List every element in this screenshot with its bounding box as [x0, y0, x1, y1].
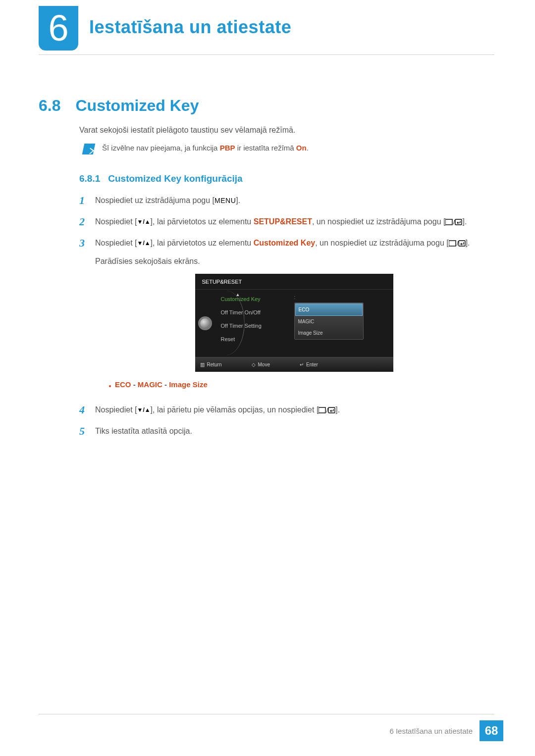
rect-enter-icon: / — [445, 214, 462, 229]
hl-setupreset: SETUP&RESET — [254, 217, 312, 226]
section-heading: 6.8 Customized Key — [39, 97, 199, 115]
osd-colon: : — [294, 293, 364, 302]
page-number: 68 — [480, 720, 503, 741]
opt-image-size: Image Size — [169, 380, 208, 389]
svg-rect-6 — [319, 407, 325, 413]
subsection-number: 6.8.1 — [79, 173, 100, 184]
osd-dial-icon — [198, 316, 212, 330]
rect-enter-icon: / — [319, 403, 335, 418]
osd-option-group: ECO MAGIC Image Size — [294, 302, 364, 340]
subsection-title: Customized Key konfigurācija — [108, 173, 242, 184]
step-number: 4 — [79, 403, 88, 418]
step-number: 1 — [79, 193, 88, 208]
osd-option-image-size: Image Size — [295, 327, 363, 339]
osd-right-options: : ECO MAGIC Image Size — [294, 293, 364, 346]
bullet-text: ECO - MAGIC - Image Size — [115, 378, 208, 392]
label: Enter — [306, 360, 318, 369]
text: ]. — [462, 217, 467, 226]
step-3: 3 Nospiediet [▼/▲], lai pārvietotos uz e… — [79, 236, 493, 397]
step-text: Nospiediet [▼/▲], lai pārvietotos uz ele… — [95, 236, 493, 397]
step-text: Nospiediet [▼/▲], lai pārietu pie vēlamā… — [95, 403, 493, 418]
text: , un nospiediet uz izstrādājuma pogu [ — [315, 239, 449, 247]
label: Move — [258, 360, 270, 369]
hl-customizedkey: Customized Key — [254, 239, 315, 247]
svg-rect-8 — [328, 407, 335, 413]
step-2: 2 Nospiediet [▼/▲], lai pārvietotos uz e… — [79, 214, 493, 230]
page-footer: 6 Iestatīšana un atiestate 68 — [389, 720, 503, 741]
opt-eco: ECO — [115, 380, 131, 389]
enter-icon: ↵ — [300, 360, 304, 369]
step-number: 3 — [79, 236, 88, 397]
note-hl2: On — [296, 144, 307, 152]
note-icon — [82, 144, 96, 154]
subsection-heading: 6.8.1 Customized Key konfigurācija — [79, 173, 243, 184]
osd-title: SETUP&RESET — [195, 274, 393, 290]
note-row: Šī izvēlne nav pieejama, ja funkcija PBP… — [83, 144, 309, 154]
chapter-number: 6 — [48, 10, 68, 47]
step-text: Nospiediet [▼/▲], lai pārvietotos uz ele… — [95, 214, 493, 230]
sep: - — [162, 380, 169, 389]
step-5: 5 Tiks iestatīta atlasītā opcija. — [79, 424, 493, 439]
svg-rect-5 — [459, 241, 465, 246]
text: ]. — [466, 239, 470, 247]
step-number: 2 — [79, 214, 88, 230]
sep: - — [131, 380, 138, 389]
header-divider — [39, 54, 494, 55]
text: ]. — [236, 196, 240, 204]
move-icon: ◇ — [252, 360, 256, 369]
intro-text: Varat sekojoši iestatīt pielāgoto tausti… — [79, 126, 295, 135]
step-3-extra: Parādīsies sekojošais ekrāns. — [95, 254, 493, 269]
osd-left-menu: Customized Key Off Timer On/Off Off Time… — [200, 293, 274, 346]
down-up-arrows-icon: ▼/▲ — [137, 404, 151, 416]
note-pre: Šī izvēlne nav pieejama, ja funkcija — [102, 144, 220, 152]
rect-enter-icon: / — [449, 236, 466, 251]
osd-arc — [208, 291, 245, 355]
text: ], lai pārietu pie vēlamās opcijas, un n… — [151, 405, 319, 414]
footer-text: 6 Iestatīšana un atiestate — [389, 727, 473, 735]
footer-divider — [39, 714, 494, 714]
step-text: Nospiediet uz izstrādājuma pogu [MENU]. — [95, 193, 493, 208]
text: ], lai pārvietotos uz elementu — [151, 239, 254, 247]
text: ]. — [335, 405, 340, 414]
osd-screenshot: SETUP&RESET ▲ Customized Key Off Timer O… — [195, 274, 393, 371]
text: ], lai pārvietotos uz elementu — [151, 217, 254, 226]
text: Nospiediet [ — [95, 239, 137, 247]
osd-option-magic: MAGIC — [295, 316, 363, 327]
svg-rect-3 — [449, 241, 456, 246]
section-number: 6.8 — [39, 97, 60, 115]
steps-list: 1 Nospiediet uz izstrādājuma pogu [MENU]… — [79, 193, 493, 445]
osd-footer-enter: ↵Enter — [300, 360, 318, 369]
down-up-arrows-icon: ▼/▲ — [137, 216, 151, 228]
chapter-tab: 6 — [39, 6, 78, 50]
osd-footer-move: ◇Move — [252, 360, 270, 369]
note-mid: ir iestatīta režīmā — [235, 144, 296, 152]
bullet-dot-icon — [109, 385, 111, 387]
return-icon: ▥ — [200, 360, 205, 369]
label: Return — [207, 360, 222, 369]
osd-footer: ▥Return ◇Move ↵Enter — [195, 357, 393, 372]
osd-option-eco: ECO — [295, 303, 363, 316]
osd-body: ▲ Customized Key Off Timer On/Off Off Ti… — [195, 290, 393, 357]
svg-rect-0 — [445, 219, 452, 225]
text: Nospiediet [ — [95, 217, 137, 226]
bullet-options: ECO - MAGIC - Image Size — [109, 378, 493, 392]
note-text: Šī izvēlne nav pieejama, ja funkcija PBP… — [102, 144, 309, 152]
svg-rect-2 — [455, 219, 462, 225]
step-text: Tiks iestatīta atlasītā opcija. — [95, 424, 493, 439]
note-hl1: PBP — [220, 144, 235, 152]
text: , un nospiediet uz izstrādājuma pogu [ — [312, 217, 446, 226]
text: Nospiediet uz izstrādājuma pogu [ — [95, 196, 214, 204]
step-number: 5 — [79, 424, 88, 439]
note-post: . — [307, 144, 309, 152]
chapter-title: Iestatīšana un atiestate — [89, 17, 291, 38]
text: Nospiediet [ — [95, 405, 137, 414]
step-1: 1 Nospiediet uz izstrādājuma pogu [MENU]… — [79, 193, 493, 208]
down-up-arrows-icon: ▼/▲ — [137, 238, 151, 249]
menu-button-label: MENU — [214, 194, 236, 207]
opt-magic: MAGIC — [138, 380, 162, 389]
step-4: 4 Nospiediet [▼/▲], lai pārietu pie vēla… — [79, 403, 493, 418]
section-title: Customized Key — [75, 97, 199, 115]
osd-footer-return: ▥Return — [200, 360, 222, 369]
